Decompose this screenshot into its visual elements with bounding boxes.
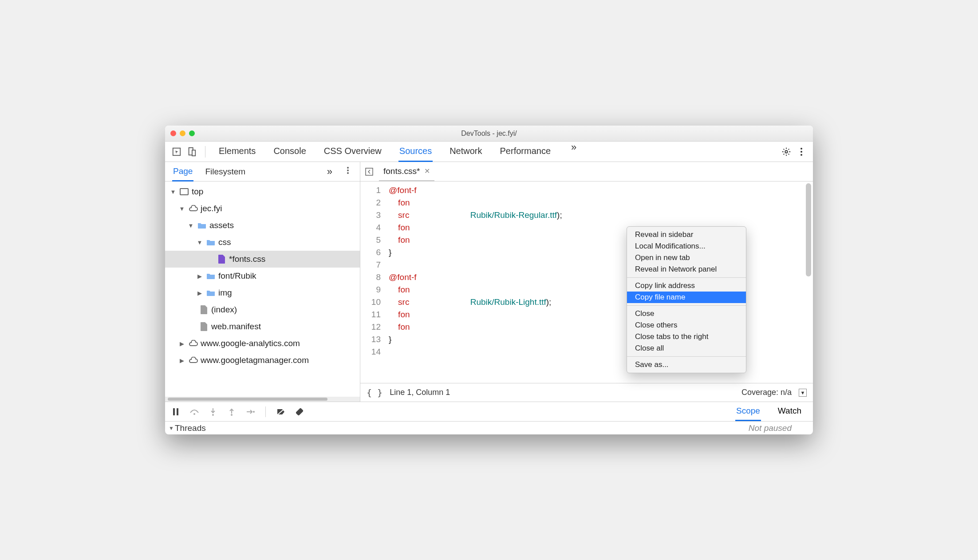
ctx-copy-file-name[interactable]: Copy file name bbox=[627, 292, 746, 303]
svg-rect-11 bbox=[366, 168, 373, 175]
tree-label: css bbox=[218, 237, 231, 247]
debugger-toolbar: Scope Watch bbox=[165, 402, 813, 421]
minimize-window-button[interactable] bbox=[180, 130, 185, 136]
svg-rect-12 bbox=[173, 408, 175, 415]
tab-performance[interactable]: Performance bbox=[499, 142, 552, 162]
step-into-icon[interactable] bbox=[208, 406, 218, 417]
tree-label: font/Rubik bbox=[218, 271, 256, 281]
pause-icon[interactable] bbox=[170, 406, 181, 417]
kebab-menu-icon[interactable] bbox=[795, 146, 808, 158]
pause-exceptions-icon[interactable] bbox=[294, 406, 305, 417]
tree-index[interactable]: (index) bbox=[165, 301, 360, 318]
svg-point-4 bbox=[801, 148, 802, 150]
gear-icon[interactable] bbox=[780, 146, 793, 158]
ctx-save-as[interactable]: Save as... bbox=[627, 359, 746, 371]
sidebar-tab-filesystem[interactable]: Filesystem bbox=[204, 163, 246, 181]
code-content[interactable]: @font-f fon src Rubik/Rubik-Regular.ttf)… bbox=[385, 181, 813, 383]
ctx-close[interactable]: Close bbox=[627, 308, 746, 319]
sidebar: Page Filesystem » ▼ top ▼ jec.fyi ▼ bbox=[165, 162, 360, 402]
threads-label[interactable]: Threads bbox=[175, 423, 206, 433]
deactivate-breakpoints-icon[interactable] bbox=[276, 406, 286, 417]
close-window-button[interactable] bbox=[170, 130, 176, 136]
chevron-down-icon: ▼ bbox=[178, 205, 185, 212]
debug-tab-watch[interactable]: Watch bbox=[777, 402, 802, 421]
panel-tabs: Elements Console CSS Overview Sources Ne… bbox=[218, 142, 580, 162]
footer: ▼ Threads Not paused bbox=[165, 421, 813, 434]
step-icon[interactable] bbox=[245, 406, 256, 417]
file-icon bbox=[199, 305, 209, 315]
cloud-icon bbox=[188, 204, 198, 213]
tab-console[interactable]: Console bbox=[272, 142, 307, 162]
tree-top[interactable]: ▼ top bbox=[165, 183, 360, 200]
window-title: DevTools - jec.fyi/ bbox=[165, 130, 813, 138]
separator bbox=[627, 277, 746, 278]
tab-css-overview[interactable]: CSS Overview bbox=[323, 142, 383, 162]
ctx-reveal-network[interactable]: Reveal in Network panel bbox=[627, 264, 746, 275]
editor-scrollbar[interactable] bbox=[806, 183, 811, 276]
svg-point-15 bbox=[212, 414, 214, 416]
css-file-icon bbox=[217, 254, 226, 264]
svg-point-17 bbox=[253, 411, 255, 413]
maximize-window-button[interactable] bbox=[189, 130, 195, 136]
svg-point-5 bbox=[801, 151, 802, 153]
tree-assets[interactable]: ▼ assets bbox=[165, 217, 360, 234]
tree-img-folder[interactable]: ▶ img bbox=[165, 284, 360, 301]
cloud-icon bbox=[188, 355, 198, 365]
sidebar-tabs-overflow-icon[interactable]: » bbox=[327, 166, 332, 177]
tree-label: www.google-analytics.com bbox=[201, 339, 300, 348]
ctx-close-others[interactable]: Close others bbox=[627, 319, 746, 331]
ctx-local-modifications[interactable]: Local Modifications... bbox=[627, 241, 746, 252]
tab-network[interactable]: Network bbox=[449, 142, 483, 162]
folder-icon bbox=[197, 221, 207, 230]
separator bbox=[205, 146, 205, 158]
svg-point-8 bbox=[347, 170, 349, 171]
tree-css-folder[interactable]: ▼ css bbox=[165, 234, 360, 251]
tree-font-rubik[interactable]: ▶ font/Rubik bbox=[165, 268, 360, 284]
chevron-down-icon[interactable]: ▼ bbox=[169, 425, 175, 431]
tree-label: web.manifest bbox=[211, 322, 261, 331]
svg-point-7 bbox=[347, 167, 349, 169]
inspect-icon[interactable] bbox=[170, 146, 183, 158]
chevron-down-icon: ▼ bbox=[196, 239, 203, 246]
chevron-right-icon: ▶ bbox=[196, 290, 203, 296]
svg-rect-10 bbox=[180, 189, 188, 195]
tree-label: (index) bbox=[211, 305, 237, 315]
step-over-icon[interactable] bbox=[189, 406, 200, 417]
sidebar-tab-page[interactable]: Page bbox=[172, 162, 193, 181]
svg-point-14 bbox=[193, 413, 195, 415]
format-button[interactable]: { } bbox=[367, 387, 383, 398]
ctx-reveal-sidebar[interactable]: Reveal in sidebar bbox=[627, 229, 746, 241]
device-icon[interactable] bbox=[185, 146, 198, 158]
debugger-tabs: Scope Watch bbox=[725, 402, 813, 421]
editor-tab-fonts-css[interactable]: fonts.css* ✕ bbox=[379, 162, 434, 181]
frame-icon bbox=[179, 187, 189, 197]
tree-label: img bbox=[218, 288, 232, 298]
tab-elements[interactable]: Elements bbox=[218, 142, 256, 162]
svg-point-16 bbox=[231, 414, 233, 416]
sidebar-scrollbar[interactable] bbox=[165, 397, 360, 402]
sidebar-kebab-icon[interactable] bbox=[343, 166, 353, 177]
sidebar-toggle-icon[interactable] bbox=[364, 166, 375, 177]
svg-point-9 bbox=[347, 172, 349, 174]
sidebar-tabs: Page Filesystem » bbox=[165, 162, 360, 181]
tree-domain[interactable]: ▼ jec.fyi bbox=[165, 200, 360, 217]
ctx-open-new-tab[interactable]: Open in new tab bbox=[627, 252, 746, 264]
tabs-overflow-icon[interactable]: » bbox=[568, 142, 580, 162]
ctx-close-all[interactable]: Close all bbox=[627, 343, 746, 354]
tree-fonts-css[interactable]: *fonts.css bbox=[165, 251, 360, 268]
tree-web-manifest[interactable]: web.manifest bbox=[165, 318, 360, 335]
folder-icon bbox=[206, 271, 216, 281]
tree-ga[interactable]: ▶ www.google-analytics.com bbox=[165, 335, 360, 352]
ctx-copy-link[interactable]: Copy link address bbox=[627, 280, 746, 292]
chevron-down-icon: ▼ bbox=[170, 189, 177, 195]
debug-tab-scope[interactable]: Scope bbox=[735, 402, 761, 421]
step-out-icon[interactable] bbox=[226, 406, 237, 417]
close-icon[interactable]: ✕ bbox=[424, 167, 430, 175]
tab-sources[interactable]: Sources bbox=[398, 142, 433, 162]
cloud-icon bbox=[188, 339, 198, 348]
ctx-close-right[interactable]: Close tabs to the right bbox=[627, 331, 746, 343]
editor-statusbar: { } Line 1, Column 1 Coverage: n/a ▼ bbox=[360, 383, 813, 402]
coverage-label: Coverage: n/a bbox=[741, 388, 792, 397]
status-dropdown-icon[interactable]: ▼ bbox=[799, 389, 807, 397]
tree-gtm[interactable]: ▶ www.googletagmanager.com bbox=[165, 352, 360, 369]
